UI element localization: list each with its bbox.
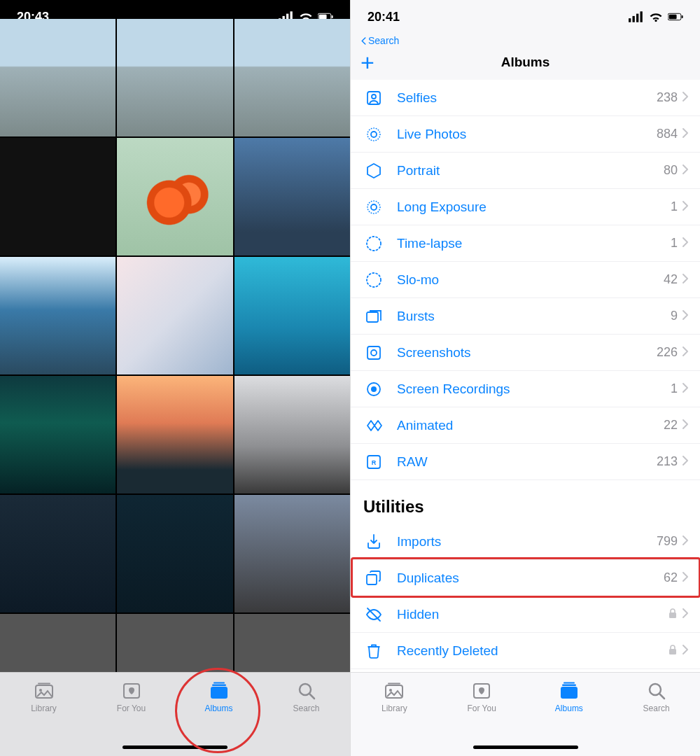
photo-thumbnail[interactable] — [234, 495, 350, 612]
photo-thumbnail[interactable] — [117, 376, 232, 493]
row-label: Animated — [397, 418, 664, 433]
home-indicator[interactable] — [473, 746, 578, 749]
row-label: RAW — [397, 454, 657, 470]
album-row-timelapse[interactable]: Time-lapse1 — [351, 225, 700, 262]
status-time: 20:41 — [368, 10, 400, 24]
photo-thumbnail[interactable] — [0, 614, 115, 672]
duplicates-icon — [363, 568, 384, 589]
svg-point-31 — [367, 237, 381, 251]
photo-grid[interactable] — [0, 19, 350, 672]
album-row-selfies[interactable]: Selfies238 — [351, 80, 700, 116]
chevron-right-icon — [682, 644, 689, 658]
svg-point-28 — [368, 128, 380, 141]
row-label: Time-lapse — [397, 236, 671, 251]
photo-thumbnail[interactable] — [234, 138, 350, 255]
svg-rect-24 — [682, 15, 683, 18]
raw-icon: R — [363, 451, 384, 472]
photo-thumbnail[interactable] — [0, 376, 115, 493]
album-row-screenrec[interactable]: Screen Recordings1 — [351, 371, 700, 407]
tab-albums[interactable]: Albums — [175, 681, 262, 713]
album-row-hidden[interactable]: Hidden — [351, 596, 700, 633]
photo-thumbnail[interactable] — [0, 495, 115, 612]
chevron-right-icon — [682, 91, 689, 105]
album-row-animated[interactable]: Animated22 — [351, 407, 700, 444]
svg-rect-33 — [367, 312, 378, 322]
tab-label: For You — [467, 704, 496, 713]
chevron-right-icon — [682, 419, 689, 433]
albums-list: Selfies238Live Photos884Portrait80Long E… — [351, 80, 700, 672]
photo-thumbnail[interactable] — [117, 614, 232, 672]
album-row-duplicates[interactable]: Duplicates62 — [351, 560, 700, 596]
row-label: Portrait — [397, 163, 664, 178]
svg-point-37 — [371, 386, 377, 392]
page-title: Albums — [351, 55, 700, 70]
photo-thumbnail[interactable] — [234, 614, 350, 672]
row-label: Bursts — [397, 309, 671, 324]
album-row-portrait[interactable]: Portrait80 — [351, 153, 700, 189]
album-row-bursts[interactable]: Bursts9 — [351, 298, 700, 335]
chevron-right-icon — [682, 346, 689, 360]
tab-label: Library — [31, 704, 57, 713]
album-row-screenshot[interactable]: Screenshots226 — [351, 335, 700, 371]
screenrec-icon — [363, 379, 384, 400]
svg-rect-21 — [640, 11, 643, 22]
chevron-right-icon — [682, 200, 689, 214]
tab-search[interactable]: Search — [612, 681, 700, 713]
row-label: Hidden — [397, 607, 668, 622]
row-label: Screenshots — [397, 345, 657, 360]
album-row-longexp[interactable]: Long Exposure1 — [351, 189, 700, 225]
svg-rect-48 — [562, 685, 576, 687]
tab-for-you[interactable]: For You — [88, 681, 175, 713]
breadcrumb-label: Search — [368, 35, 399, 46]
tab-library[interactable]: Library — [351, 681, 438, 713]
status-icons — [629, 11, 683, 22]
svg-rect-44 — [388, 683, 400, 685]
photo-thumbnail[interactable] — [234, 376, 350, 493]
tab-for-you[interactable]: For You — [438, 681, 526, 713]
album-row-imports[interactable]: Imports799 — [351, 524, 700, 560]
albums-icon — [559, 681, 580, 701]
album-row-slomo[interactable]: Slo-mo42 — [351, 262, 700, 298]
photo-thumbnail[interactable] — [117, 138, 232, 255]
tab-bar: Library For You Albums Search — [0, 672, 350, 756]
svg-rect-6 — [332, 15, 333, 18]
row-label: Slo-mo — [397, 272, 664, 288]
battery-icon — [668, 11, 683, 22]
home-indicator[interactable] — [122, 746, 227, 749]
wifi-icon — [648, 11, 664, 22]
animated-icon — [363, 415, 384, 436]
album-row-live[interactable]: Live Photos884 — [351, 116, 700, 153]
row-count: 9 — [671, 309, 678, 323]
photo-thumbnail[interactable] — [117, 19, 232, 136]
svg-rect-14 — [211, 687, 227, 699]
svg-point-32 — [367, 273, 381, 287]
row-label: Live Photos — [397, 127, 657, 142]
photo-thumbnail[interactable] — [117, 257, 232, 374]
portrait-icon — [363, 160, 384, 181]
svg-text:R: R — [372, 459, 377, 466]
svg-rect-18 — [629, 18, 631, 22]
photo-thumbnail[interactable] — [0, 138, 115, 255]
tab-albums[interactable]: Albums — [526, 681, 613, 713]
tab-search[interactable]: Search — [262, 681, 350, 713]
chevron-right-icon — [682, 608, 689, 622]
foryou-icon — [121, 681, 142, 701]
row-label: Long Exposure — [397, 200, 671, 215]
album-row-trash[interactable]: Recently Deleted — [351, 633, 700, 669]
photo-thumbnail[interactable] — [117, 495, 232, 612]
chevron-right-icon — [682, 127, 689, 141]
photo-thumbnail[interactable] — [234, 19, 350, 136]
svg-point-45 — [389, 689, 392, 692]
album-row-raw[interactable]: RRAW213 — [351, 444, 700, 480]
chevron-right-icon — [682, 571, 689, 585]
svg-rect-19 — [633, 16, 635, 22]
svg-rect-15 — [212, 685, 226, 687]
photo-thumbnail[interactable] — [0, 19, 115, 136]
svg-rect-42 — [669, 649, 676, 654]
photo-thumbnail[interactable] — [234, 257, 350, 374]
photo-thumbnail[interactable] — [0, 257, 115, 374]
chevron-right-icon — [682, 237, 689, 251]
breadcrumb-back[interactable]: Search — [351, 34, 700, 49]
svg-point-27 — [371, 132, 377, 137]
tab-library[interactable]: Library — [0, 681, 88, 713]
